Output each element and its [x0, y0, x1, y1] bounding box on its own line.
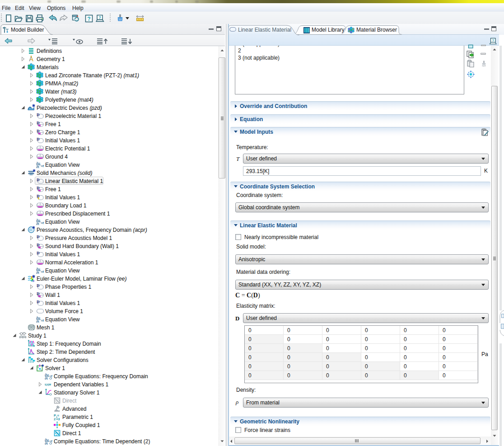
svg-text:?: ? — [87, 16, 90, 22]
svg-text:∂t: ∂t — [36, 222, 39, 225]
svg-text:D: D — [37, 194, 40, 198]
svg-text:D: D — [37, 243, 40, 247]
svg-text:≈f: ≈f — [50, 375, 53, 378]
svg-text:∂t: ∂t — [45, 376, 48, 380]
svg-text:D: D — [37, 291, 40, 296]
svg-text:D: D — [37, 186, 40, 190]
svg-text:∂t: ∂t — [45, 441, 48, 445]
svg-text:≈f: ≈f — [50, 440, 53, 443]
svg-text:D: D — [37, 121, 40, 125]
svg-text:≈f: ≈f — [41, 164, 44, 168]
svg-text:∂t: ∂t — [36, 165, 39, 168]
svg-text:∂t: ∂t — [36, 271, 39, 274]
svg-text:?: ? — [98, 15, 101, 20]
svg-text:D: D — [37, 113, 40, 117]
svg-text:D: D — [37, 129, 40, 133]
svg-text:∂t: ∂t — [36, 319, 39, 323]
svg-text:D: D — [37, 178, 40, 182]
svg-text:2: 2 — [54, 417, 56, 421]
svg-text:3: 3 — [58, 417, 60, 421]
svg-text:?: ? — [492, 38, 494, 42]
svg-text:≈f: ≈f — [41, 319, 44, 323]
svg-text:D: D — [37, 300, 40, 304]
svg-text:≈f: ≈f — [41, 270, 44, 274]
svg-text:u,v,w: u,v,w — [45, 383, 51, 386]
svg-text:D: D — [37, 283, 40, 288]
svg-text:D: D — [37, 251, 40, 255]
svg-text:D: D — [37, 235, 40, 239]
svg-text:D: D — [37, 137, 40, 141]
svg-text:≈f: ≈f — [41, 221, 44, 225]
